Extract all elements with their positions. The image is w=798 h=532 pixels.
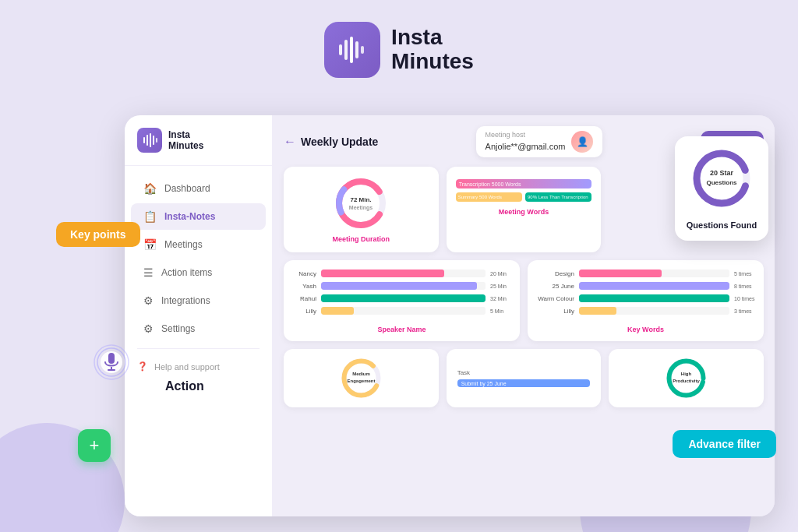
key-points-badge[interactable]: Key points [56, 222, 140, 247]
less-label: 90% Less Than Transcription [528, 195, 588, 199]
speaker-value-nancy: 20 Min [490, 271, 512, 277]
bottom-row: Medium Engagement Task Submit by 25 June… [284, 349, 764, 407]
sidebar-divider [137, 348, 260, 349]
back-arrow-icon: ← [284, 135, 296, 149]
svg-text:72 Min.: 72 Min. [351, 196, 372, 203]
sidebar-item-meetings[interactable]: 📅 Meetings [131, 231, 266, 258]
speaker-row-yash: Yash 25 Min [291, 282, 512, 290]
duration-donut-container: 72 Min. Meetings [293, 176, 429, 231]
sidebar-label-help: Help and support [154, 362, 220, 372]
keyword-bars: Design 5 times 25 June 8 times [535, 268, 756, 321]
action-items-icon: ☰ [143, 266, 154, 279]
keyword-name-june: 25 June [535, 283, 574, 290]
svg-rect-4 [361, 46, 364, 54]
sidebar-label-notes: Insta-Notes [164, 211, 215, 222]
speaker-fill-lilly [321, 307, 354, 315]
sidebar-label-meetings: Meetings [164, 239, 203, 250]
speaker-row-rahul: Rahul 32 Min [291, 294, 512, 302]
speaker-track-nancy [321, 270, 486, 277]
app-name-line2: Minutes [391, 50, 474, 74]
svg-text:High: High [681, 372, 692, 376]
duration-donut-chart: 72 Min. Meetings [334, 176, 388, 231]
speaker-row-lilly: Lilly 5 Min [291, 307, 512, 315]
productivity-donut: High Productivity [665, 357, 708, 400]
logo-section: Insta Minutes [0, 0, 798, 78]
app-name: Insta Minutes [391, 26, 474, 74]
words-title: Meeting Words [456, 208, 592, 216]
keyword-fill-design [579, 270, 662, 277]
page-title: Weekly Update [301, 136, 378, 148]
svg-rect-1 [344, 40, 348, 60]
keyword-track-warmcolour [579, 294, 729, 302]
back-navigation[interactable]: ← Weekly Update [284, 135, 378, 149]
speaker-value-yash: 25 Min [490, 284, 512, 289]
keyword-fill-kw-lilly [579, 307, 616, 315]
meetings-icon: 📅 [143, 238, 157, 251]
sidebar-item-dashboard[interactable]: 🏠 Dashboard [131, 175, 266, 202]
sidebar-logo-icon [137, 128, 162, 153]
sidebar-logo: Insta Minutes [125, 128, 272, 166]
keyword-val-warmcolour: 10 times [734, 296, 756, 301]
sidebar-item-insta-notes[interactable]: 📋 Insta-Notes [131, 203, 266, 230]
host-label: Meeting host [486, 131, 566, 139]
speaker-chart: Nancy 20 Min Yash 25 Min R [284, 260, 520, 341]
speaker-fill-nancy [321, 270, 444, 277]
summary-label: Summary 500 Words [458, 195, 502, 199]
add-button[interactable]: + [78, 429, 111, 462]
keyword-track-kw-lilly [579, 307, 729, 315]
speaker-chart-title: Speaker Name [291, 326, 512, 333]
sidebar-item-action-items[interactable]: ☰ Action items [131, 259, 266, 286]
speaker-fill-rahul [321, 294, 486, 302]
speaker-name-lilly: Lilly [291, 308, 316, 315]
speaker-track-lilly [321, 307, 486, 315]
svg-rect-11 [143, 137, 145, 143]
speaker-value-lilly: 5 Min [490, 308, 512, 314]
questions-card: 20 Star Questions Questions Found [675, 136, 768, 241]
microphone-icon [92, 343, 131, 385]
sidebar-logo-text: Insta Minutes [168, 129, 203, 152]
engagement-donut: Medium Engagement [340, 357, 383, 400]
transcription-bar: Transcription 5000 Words [456, 179, 592, 188]
svg-text:Meetings: Meetings [349, 205, 373, 211]
svg-rect-0 [339, 44, 342, 55]
keyword-val-kw-lilly: 3 times [734, 308, 756, 314]
task-card: Task Submit by 25 June [447, 349, 602, 407]
keyword-row-design: Design 5 times [535, 270, 756, 277]
charts-row: Nancy 20 Min Yash 25 Min R [284, 260, 764, 341]
app-name-line1: Insta [391, 26, 474, 50]
keyword-val-june: 8 times [734, 284, 756, 289]
questions-found-label: Questions Found [686, 220, 757, 230]
sidebar-item-integrations[interactable]: ⚙ Integrations [131, 287, 266, 314]
svg-point-30 [697, 153, 747, 203]
meeting-duration-card: 72 Min. Meetings Meeting Duration [284, 167, 439, 252]
keyword-fill-june [579, 282, 729, 290]
advance-filter-badge[interactable]: Advance filter [673, 430, 776, 458]
speaker-name-yash: Yash [291, 283, 316, 290]
sidebar-label-settings: Settings [161, 323, 195, 334]
avatar: 👤 [571, 131, 593, 153]
settings-icon: ⚙ [143, 322, 154, 335]
transcription-label: Transcription 5000 Words [459, 181, 521, 187]
keyword-name-kw-lilly: Lilly [535, 308, 574, 315]
svg-text:20 Star: 20 Star [710, 169, 734, 177]
speaker-name-nancy: Nancy [291, 270, 316, 277]
svg-rect-12 [147, 135, 148, 146]
svg-rect-8 [108, 353, 115, 364]
keyword-fill-warmcolour [579, 294, 729, 302]
keyword-row-kw-lilly: Lilly 3 times [535, 307, 756, 315]
sidebar-item-help[interactable]: ❓ Help and support [125, 355, 272, 378]
svg-rect-15 [156, 138, 157, 143]
svg-text:Questions: Questions [706, 179, 737, 186]
sidebar-item-settings[interactable]: ⚙ Settings [131, 315, 266, 342]
sidebar-label-integrations: Integrations [161, 295, 210, 306]
integrations-icon: ⚙ [143, 294, 154, 307]
task-value: Submit by 25 June [461, 381, 507, 386]
help-icon: ❓ [137, 361, 148, 372]
sidebar: Insta Minutes 🏠 Dashboard 📋 Insta-Notes … [125, 115, 273, 516]
keyword-track-june [579, 282, 729, 290]
sidebar-label-action: Action items [161, 267, 212, 278]
svg-text:Productivity: Productivity [673, 379, 700, 383]
svg-text:Engagement: Engagement [347, 379, 375, 383]
keyword-row-warmcolour: Warm Colour 10 times [535, 294, 756, 302]
speaker-fill-yash [321, 282, 477, 290]
